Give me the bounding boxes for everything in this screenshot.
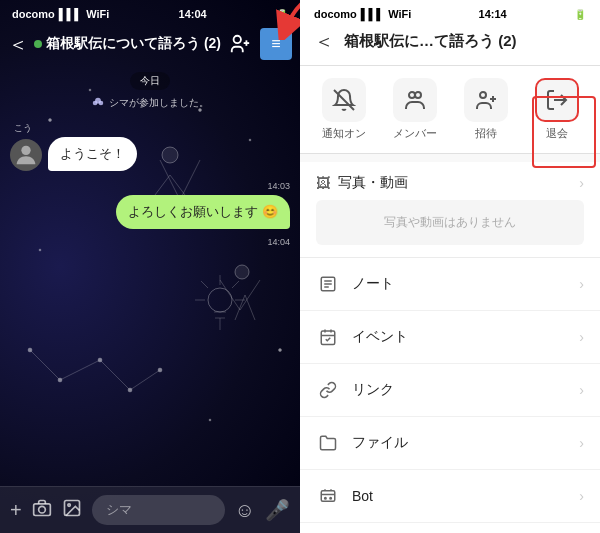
svg-point-45 [38, 506, 45, 513]
photo-chevron: › [579, 175, 584, 191]
bubble-right-1: よろしくお願いします 😊 [116, 195, 290, 229]
message-row-left: ようこそ！ [10, 137, 290, 171]
message-row-right-2: 14:04 [10, 237, 290, 249]
time-left: 14:04 [179, 8, 207, 20]
event-label: イベント [352, 328, 579, 346]
members-label: メンバー [393, 126, 437, 141]
leave-icon-circle [535, 78, 579, 122]
action-leave[interactable]: 退会 [535, 78, 579, 141]
link-label: リンク [352, 381, 579, 399]
file-icon [316, 431, 340, 455]
action-members[interactable]: メンバー [393, 78, 437, 141]
menu-item-note[interactable]: ノート › [300, 258, 600, 311]
note-label: ノート [352, 275, 579, 293]
header-icons: ≡ [228, 28, 292, 60]
photo-label: 写真・動画 [338, 174, 579, 192]
online-indicator [34, 40, 42, 48]
menu-item-event[interactable]: イベント › [300, 311, 600, 364]
add-member-button[interactable] [228, 32, 252, 56]
wifi-right: WiFi [388, 8, 411, 20]
svg-point-42 [99, 101, 104, 106]
camera-button[interactable] [32, 498, 52, 523]
mic-button[interactable]: 🎤 [265, 498, 290, 522]
right-panel: docomo ▌▌▌ WiFi 14:14 🔋 ＜ 箱根駅伝に…て語ろう (2) [300, 0, 600, 533]
event-icon [316, 325, 340, 349]
bubble-left: ようこそ！ [48, 137, 137, 171]
wifi-left: WiFi [86, 8, 109, 20]
left-panel: docomo ▌▌▌ WiFi 14:04 🔋 ＜ 箱根駅伝について語ろう (2… [0, 0, 300, 533]
msg-time-1: 14:03 [267, 181, 290, 191]
avatar-left [10, 139, 42, 171]
file-label: ファイル [352, 434, 579, 452]
message-row-right-1: 14:03 よろしくお願いします 😊 [10, 181, 290, 229]
note-chevron: › [579, 276, 584, 292]
settings-list: 🖼 写真・動画 › 写真や動画はありません ノート › [300, 162, 600, 533]
signal-right: ▌▌▌ [361, 8, 384, 20]
members-icon-circle [393, 78, 437, 122]
carrier-left: docomo [12, 8, 55, 20]
system-message: シマが参加しました。 [91, 96, 209, 110]
photo-empty-message: 写真や動画はありません [316, 200, 584, 245]
action-invite[interactable]: 招待 [464, 78, 508, 141]
svg-point-50 [415, 92, 421, 98]
svg-point-67 [325, 498, 327, 500]
right-header: ＜ 箱根駅伝に…て語ろう (2) [300, 24, 600, 66]
right-statusbar: docomo ▌▌▌ WiFi 14:14 🔋 [300, 0, 600, 24]
left-input-bar: + シマ ☺ 🎤 [0, 486, 300, 533]
menu-button[interactable]: ≡ [260, 28, 292, 60]
svg-point-68 [330, 498, 332, 500]
menu-item-link[interactable]: リンク › [300, 364, 600, 417]
action-row: 通知オン メンバー [300, 66, 600, 154]
plus-button[interactable]: + [10, 499, 22, 522]
event-chevron: › [579, 329, 584, 345]
time-right: 14:14 [479, 8, 507, 20]
chat-area: 今日 シマが参加しました。 こう ようこそ！ [0, 68, 300, 486]
menu-item-file[interactable]: ファイル › [300, 417, 600, 470]
photo-header[interactable]: 🖼 写真・動画 › [300, 162, 600, 200]
notify-icon-circle [322, 78, 366, 122]
right-panel-title: 箱根駅伝に…て語ろう (2) [344, 32, 517, 51]
svg-point-43 [21, 146, 30, 155]
svg-point-41 [93, 101, 98, 106]
svg-point-51 [480, 92, 486, 98]
battery-left: 🔋 [276, 9, 288, 20]
emoji-button[interactable]: ☺ [235, 499, 255, 522]
sender-name-left: こう [14, 122, 290, 135]
action-notify[interactable]: 通知オン [322, 78, 366, 141]
invite-icon-circle [464, 78, 508, 122]
date-divider: 今日 [130, 72, 170, 90]
bot-icon [316, 484, 340, 508]
battery-right: 🔋 [574, 9, 586, 20]
left-statusbar: docomo ▌▌▌ WiFi 14:04 🔋 [0, 0, 300, 24]
svg-point-47 [68, 503, 71, 506]
bot-chevron: › [579, 488, 584, 504]
right-panel-wrapper: docomo ▌▌▌ WiFi 14:14 🔋 ＜ 箱根駅伝に…て語ろう (2) [300, 0, 600, 533]
svg-rect-59 [321, 331, 335, 345]
notify-label: 通知オン [322, 126, 366, 141]
link-icon [316, 378, 340, 402]
note-icon [316, 272, 340, 296]
back-button-left[interactable]: ＜ [8, 31, 28, 58]
photo-icon: 🖼 [316, 175, 330, 191]
svg-rect-63 [321, 491, 335, 502]
link-chevron: › [579, 382, 584, 398]
menu-item-other[interactable]: その他 › [300, 523, 600, 533]
menu-item-bot[interactable]: Bot › [300, 470, 600, 523]
bot-label: Bot [352, 488, 579, 504]
svg-point-36 [234, 36, 241, 43]
back-button-right[interactable]: ＜ [314, 28, 334, 55]
file-chevron: › [579, 435, 584, 451]
photo-section: 🖼 写真・動画 › 写真や動画はありません [300, 162, 600, 258]
message-input[interactable]: シマ [92, 495, 225, 525]
leave-label: 退会 [546, 126, 568, 141]
left-header: ＜ 箱根駅伝について語ろう (2) ≡ [0, 24, 300, 68]
carrier-right: docomo [314, 8, 357, 20]
msg-time-2: 14:04 [267, 237, 290, 247]
chat-title: 箱根駅伝について語ろう (2) [46, 35, 228, 53]
signal-left: ▌▌▌ [59, 8, 82, 20]
image-button[interactable] [62, 498, 82, 523]
invite-label: 招待 [475, 126, 497, 141]
